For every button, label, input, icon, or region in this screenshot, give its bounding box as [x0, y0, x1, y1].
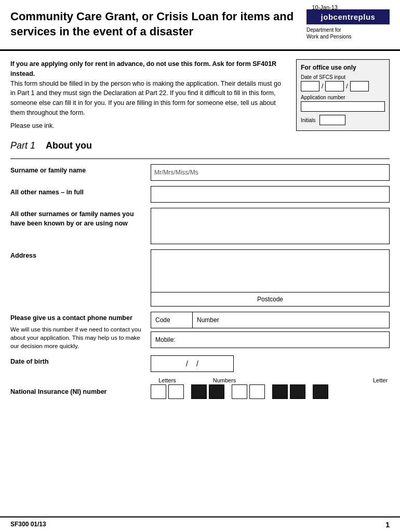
ni-num6-box[interactable] [290, 384, 305, 399]
ni-num1-box[interactable] [191, 384, 207, 399]
phone-number-cell[interactable]: Number [193, 312, 389, 328]
part1-title: About you [46, 140, 92, 151]
all-names-label: All other names – in full [10, 186, 151, 197]
ni-header-row: Letters Numbers Letter [151, 377, 390, 383]
all-names-field-area [151, 186, 390, 203]
intro-body: This form should be filled in by the per… [10, 80, 281, 116]
footer-ref: SF300 01/13 [10, 521, 46, 529]
header-title: Community Care Grant, or Crisis Loan for… [10, 9, 306, 40]
all-names-row: All other names – in full [10, 186, 390, 203]
address-label: Address [10, 249, 151, 261]
address-input[interactable]: Postcode [151, 249, 390, 307]
body-area: If you are applying only for rent in adv… [0, 51, 400, 131]
ni-field-area: Letters Numbers Letter [151, 377, 390, 399]
ni-letter2-header: Letter [371, 377, 390, 383]
form-fields-section: Surname or family name Mr/Mrs/Miss/Ms Al… [0, 164, 400, 372]
page: 10-Jan-13 Community Care Grant, or Crisi… [0, 0, 400, 532]
surname-label: Surname or family name [10, 164, 151, 176]
initials-label: Initials [301, 115, 385, 125]
ni-letters-header: Letters [151, 377, 184, 383]
ni-final-letter-box[interactable] [313, 384, 328, 399]
phone-row: Please give us a contact phone number We… [10, 312, 390, 350]
dob-input[interactable]: / / [151, 355, 234, 372]
dob-slash1: / [186, 360, 188, 368]
other-surnames-input[interactable] [151, 208, 390, 244]
part1-label: Part 1 [10, 140, 35, 151]
address-row: Address Postcode [10, 249, 390, 307]
part1-heading-section: Part 1 About you [0, 140, 400, 151]
ni-numbers-header: Numbers [186, 377, 263, 383]
ni-num3-box[interactable] [232, 384, 247, 399]
phone-note: We will use this number if we need to co… [10, 325, 145, 350]
divider [10, 158, 390, 159]
intro-bold: If you are applying only for rent in adv… [10, 60, 276, 77]
ni-boxes-row [151, 384, 390, 399]
other-surnames-label: All other surnames or family names you h… [10, 208, 151, 228]
ni-num2-box[interactable] [209, 384, 224, 399]
footer-bar: SF300 01/13 1 [0, 516, 400, 532]
ni-num5-box[interactable] [272, 384, 288, 399]
app-num-input[interactable] [301, 101, 385, 112]
surname-input[interactable]: Mr/Mrs/Miss/Ms [151, 164, 390, 181]
ni-label: National Insurance (NI) number [10, 377, 151, 397]
phone-field-area: Code Number Mobile: [151, 312, 390, 348]
sfcs-slash1: / [322, 83, 323, 90]
office-use-title: For office use only [301, 64, 385, 71]
dob-slash2: / [196, 360, 198, 368]
dob-field-area: / / [151, 355, 390, 372]
ni-num4-box[interactable] [249, 384, 265, 399]
footer-page: 1 [385, 521, 390, 529]
ni-letter2-box[interactable] [168, 384, 184, 399]
main-col: If you are applying only for rent in adv… [10, 59, 296, 131]
ni-section: National Insurance (NI) number Letters N… [0, 377, 400, 399]
sfcs-day-box[interactable] [301, 81, 319, 91]
phone-label-bold: Please give us a contact phone number [10, 314, 145, 323]
phone-section-label: Please give us a contact phone number We… [10, 312, 151, 350]
sfcs-label: Date of SFCS input [301, 74, 385, 80]
ni-row: National Insurance (NI) number Letters N… [10, 377, 390, 399]
postcode-row: Postcode [151, 292, 389, 306]
all-names-input[interactable] [151, 186, 390, 203]
ni-letter1-box[interactable] [151, 384, 166, 399]
dob-row: Date of birth / / [10, 355, 390, 372]
surname-field-area: Mr/Mrs/Miss/Ms [151, 164, 390, 181]
part1-heading: Part 1 About you [10, 140, 390, 151]
mobile-input[interactable]: Mobile: [151, 331, 390, 348]
initials-input[interactable] [319, 115, 345, 125]
app-num-label: Application number [301, 95, 385, 100]
other-surnames-field-area [151, 208, 390, 244]
surname-row: Surname or family name Mr/Mrs/Miss/Ms [10, 164, 390, 181]
surname-placeholder: Mr/Mrs/Miss/Ms [154, 169, 198, 176]
sfcs-slash2: / [346, 83, 348, 90]
sfcs-date-row: / / [301, 81, 385, 91]
phone-code-cell[interactable]: Code [151, 312, 193, 328]
office-use-box: For office use only Date of SFCS input /… [296, 59, 390, 131]
intro-text: If you are applying only for rent in adv… [10, 59, 286, 118]
sfcs-year-box[interactable] [350, 81, 369, 91]
phone-code-number-input: Code Number [151, 312, 390, 328]
please-ink: Please use ink. [10, 122, 286, 129]
dwp-dept-text: Department for Work and Pensions [306, 26, 352, 40]
address-field-area: Postcode [151, 249, 390, 307]
dob-label: Date of birth [10, 355, 151, 367]
other-surnames-row: All other surnames or family names you h… [10, 208, 390, 244]
sfcs-month-box[interactable] [325, 81, 344, 91]
jobcentreplus-logo: jobcentreplus [306, 9, 390, 24]
header-logo-box: jobcentreplus Department for Work and Pe… [306, 9, 390, 40]
header-area: Community Care Grant, or Crisis Loan for… [0, 0, 400, 51]
